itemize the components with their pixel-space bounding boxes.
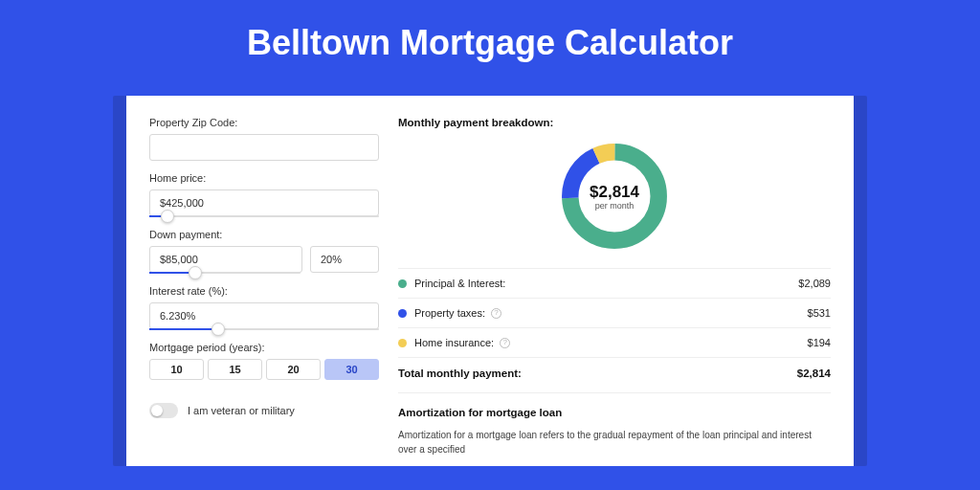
period-option-10[interactable]: 10 bbox=[149, 359, 204, 380]
legend-label-pi: Principal & Interest: bbox=[414, 278, 798, 289]
down-payment-label: Down payment: bbox=[149, 229, 379, 240]
period-option-15[interactable]: 15 bbox=[208, 359, 262, 380]
legend-text: Principal & Interest: bbox=[414, 278, 505, 289]
legend-row-ins: Home insurance: ? $194 bbox=[398, 328, 831, 357]
info-icon[interactable]: ? bbox=[500, 338, 510, 348]
form-column: Property Zip Code: Home price: Down paym… bbox=[149, 117, 379, 457]
home-price-input[interactable] bbox=[149, 189, 379, 216]
donut-amount: $2,814 bbox=[590, 183, 639, 202]
total-label: Total monthly payment: bbox=[398, 368, 797, 379]
legend-row-tax: Property taxes: ? $531 bbox=[398, 299, 831, 327]
dot-icon bbox=[398, 279, 407, 288]
slider-thumb-icon[interactable] bbox=[161, 210, 174, 223]
interest-label: Interest rate (%): bbox=[149, 285, 379, 297]
period-field: Mortgage period (years): 10 15 20 30 bbox=[149, 342, 379, 380]
breakdown-column: Monthly payment breakdown: $2,814 per mo… bbox=[398, 117, 831, 457]
info-icon[interactable]: ? bbox=[491, 308, 501, 319]
interest-rate-field: Interest rate (%): bbox=[149, 285, 379, 330]
interest-input[interactable] bbox=[149, 302, 379, 329]
zip-input[interactable] bbox=[149, 134, 379, 161]
donut-chart: $2,814 per month bbox=[556, 138, 673, 255]
period-button-group: 10 15 20 30 bbox=[149, 359, 379, 380]
interest-slider[interactable] bbox=[149, 328, 379, 330]
legend-label-tax: Property taxes: ? bbox=[414, 307, 808, 319]
zip-label: Property Zip Code: bbox=[149, 117, 379, 128]
period-option-20[interactable]: 20 bbox=[266, 359, 321, 380]
total-value: $2,814 bbox=[797, 368, 831, 379]
zip-field: Property Zip Code: bbox=[149, 117, 379, 161]
period-option-30[interactable]: 30 bbox=[324, 359, 379, 380]
legend-value-tax: $531 bbox=[808, 307, 831, 319]
legend-label-ins: Home insurance: ? bbox=[414, 337, 808, 348]
home-price-slider[interactable] bbox=[149, 215, 379, 217]
down-payment-pct-input[interactable] bbox=[310, 246, 379, 273]
legend-row-pi: Principal & Interest: $2,089 bbox=[398, 269, 831, 298]
legend-text: Home insurance: bbox=[414, 337, 494, 348]
amortization-section: Amortization for mortgage loan Amortizat… bbox=[398, 392, 831, 457]
toggle-knob-icon bbox=[151, 405, 163, 416]
down-payment-amount-input[interactable] bbox=[149, 246, 302, 273]
legend-value-ins: $194 bbox=[808, 337, 831, 348]
veteran-row: I am veteran or military bbox=[149, 403, 379, 418]
down-payment-field: Down payment: bbox=[149, 229, 379, 274]
home-price-field: Home price: bbox=[149, 172, 379, 217]
total-row: Total monthly payment: $2,814 bbox=[398, 357, 831, 392]
slider-thumb-icon[interactable] bbox=[189, 266, 202, 279]
down-payment-slider[interactable] bbox=[149, 272, 301, 274]
period-label: Mortgage period (years): bbox=[149, 342, 379, 353]
home-price-label: Home price: bbox=[149, 172, 379, 184]
card-backdrop: Property Zip Code: Home price: Down paym… bbox=[113, 96, 867, 466]
breakdown-heading: Monthly payment breakdown: bbox=[398, 117, 831, 128]
legend-value-pi: $2,089 bbox=[798, 278, 831, 289]
veteran-label: I am veteran or military bbox=[188, 405, 295, 416]
amortization-text: Amortization for a mortgage loan refers … bbox=[398, 428, 831, 457]
slider-thumb-icon[interactable] bbox=[212, 323, 225, 336]
veteran-toggle[interactable] bbox=[149, 403, 178, 418]
legend-text: Property taxes: bbox=[414, 307, 485, 319]
donut-center: $2,814 per month bbox=[590, 183, 639, 211]
amortization-heading: Amortization for mortgage loan bbox=[398, 407, 831, 418]
donut-sub: per month bbox=[590, 201, 639, 211]
calculator-card: Property Zip Code: Home price: Down paym… bbox=[126, 96, 854, 466]
dot-icon bbox=[398, 309, 407, 318]
donut-chart-wrap: $2,814 per month bbox=[398, 138, 831, 255]
dot-icon bbox=[398, 339, 407, 347]
page-title: Belltown Mortgage Calculator bbox=[0, 0, 980, 82]
